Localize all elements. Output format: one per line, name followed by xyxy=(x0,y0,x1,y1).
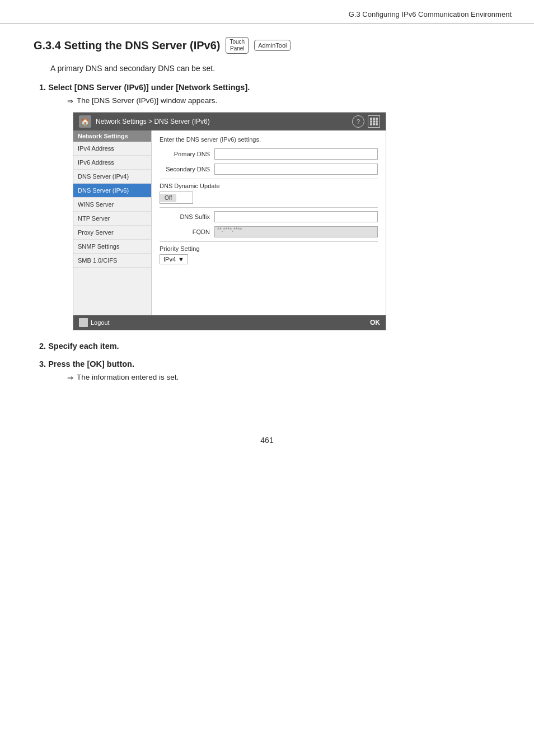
mockup-sidebar: Network Settings IPv4 Address IPv6 Addre… xyxy=(73,130,152,315)
dns-suffix-row: DNS Suffix xyxy=(160,211,378,222)
step-2-number: 2. xyxy=(39,342,46,351)
mockup-body: Network Settings IPv4 Address IPv6 Addre… xyxy=(73,130,386,315)
section-heading-text: G.3.4 Setting the DNS Server (IPv6) xyxy=(34,39,220,52)
sidebar-item-snmp-settings[interactable]: SNMP Settings xyxy=(73,240,151,254)
mockup-main: Enter the DNS server (IPv6) settings. Pr… xyxy=(152,130,386,315)
logout-label: Logout xyxy=(91,319,110,326)
intro-text: A primary DNS and secondary DNS can be s… xyxy=(50,64,500,73)
step-3-sub-text: The information entered is set. xyxy=(77,373,179,381)
topbar-breadcrumb: Network Settings > DNS Server (IPv6) xyxy=(96,118,210,125)
arrow-icon-3: ⇒ xyxy=(67,374,73,382)
sidebar-item-ntp-server[interactable]: NTP Server xyxy=(73,212,151,226)
logout-icon xyxy=(79,318,88,327)
fqdn-value: **.****.**** xyxy=(214,226,378,237)
mockup-bottombar: Logout OK xyxy=(73,315,386,330)
sidebar-item-proxy-server[interactable]: Proxy Server xyxy=(73,226,151,240)
divider-3 xyxy=(160,241,378,242)
sidebar-item-ipv4-address[interactable]: IPv4 Address xyxy=(73,142,151,156)
step-1: 1. Select [DNS Server (IPv6)] under [Net… xyxy=(39,83,500,330)
dns-dynamic-off-label[interactable]: Off xyxy=(160,194,176,202)
step-1-substep: ⇒ The [DNS Server (IPv6)] window appears… xyxy=(67,96,500,105)
mockup-topbar: 🏠 Network Settings > DNS Server (IPv6) ? xyxy=(73,113,386,130)
sidebar-item-dns-server-ipv6[interactable]: DNS Server (IPv6) xyxy=(73,184,151,198)
fqdn-row: FQDN **.****.**** xyxy=(160,226,378,237)
topbar-icons: ? xyxy=(352,115,380,128)
dns-suffix-label: DNS Suffix xyxy=(160,213,210,220)
step-1-number: 1. xyxy=(39,83,46,92)
step-3-text: Press the [OK] button. xyxy=(48,360,134,368)
page-number: 461 xyxy=(0,436,534,445)
sidebar-item-smb-cifs[interactable]: SMB 1.0/CIFS xyxy=(73,254,151,268)
page-header: G.3 Configuring IPv6 Communication Envir… xyxy=(0,0,534,24)
home-icon[interactable]: 🏠 xyxy=(79,115,91,128)
mockup-description: Enter the DNS server (IPv6) settings. xyxy=(160,136,378,143)
grid-icon[interactable] xyxy=(368,115,380,128)
dns-dynamic-update-label: DNS Dynamic Update xyxy=(160,183,378,189)
sidebar-item-ipv6-address[interactable]: IPv6 Address xyxy=(73,156,151,170)
step-3: 3. Press the [OK] button. ⇒ The informat… xyxy=(39,360,500,382)
step-1-sub-text: The [DNS Server (IPv6)] window appears. xyxy=(77,96,217,105)
step-3-substep: ⇒ The information entered is set. xyxy=(67,373,500,382)
step-2: 2. Specify each item. xyxy=(39,342,500,351)
logout-button[interactable]: Logout xyxy=(79,318,110,327)
step-2-text: Specify each item. xyxy=(48,342,119,351)
sidebar-item-dns-server-ipv4[interactable]: DNS Server (IPv4) xyxy=(73,170,151,184)
secondary-dns-label: Secondary DNS xyxy=(160,166,210,172)
divider-1 xyxy=(160,179,378,179)
step-3-number: 3. xyxy=(39,360,46,368)
dns-suffix-input[interactable] xyxy=(214,211,378,222)
priority-select[interactable]: IPv4 ▼ xyxy=(160,254,188,264)
arrow-icon-1: ⇒ xyxy=(67,97,73,105)
ok-button[interactable]: OK xyxy=(370,319,380,326)
divider-2 xyxy=(160,207,378,208)
primary-dns-label: Primary DNS xyxy=(160,151,210,157)
touch-panel-badge: Touch Panel xyxy=(226,37,249,54)
step-1-text: Select [DNS Server (IPv6)] under [Networ… xyxy=(48,83,250,92)
step-3-label: 3. Press the [OK] button. xyxy=(39,360,500,368)
sidebar-section-label: Network Settings xyxy=(73,130,151,142)
priority-value: IPv4 xyxy=(163,256,176,263)
fqdn-label: FQDN xyxy=(160,228,210,235)
dropdown-arrow-icon: ▼ xyxy=(178,256,184,263)
priority-row: IPv4 ▼ xyxy=(160,254,378,264)
section-heading: G.3.4 Setting the DNS Server (IPv6) Touc… xyxy=(34,37,500,54)
priority-setting-label: Priority Setting xyxy=(160,245,378,252)
primary-dns-row: Primary DNS xyxy=(160,148,378,160)
step-2-label: 2. Specify each item. xyxy=(39,342,500,351)
secondary-dns-row: Secondary DNS xyxy=(160,164,378,175)
step-1-label: 1. Select [DNS Server (IPv6)] under [Net… xyxy=(39,83,500,92)
ui-mockup: 🏠 Network Settings > DNS Server (IPv6) ? xyxy=(73,112,386,330)
header-title: G.3 Configuring IPv6 Communication Envir… xyxy=(349,10,512,18)
primary-dns-input[interactable] xyxy=(214,148,378,160)
topbar-left: 🏠 Network Settings > DNS Server (IPv6) xyxy=(79,115,210,128)
admin-tool-badge: AdminTool xyxy=(254,40,291,51)
page-content: G.3.4 Setting the DNS Server (IPv6) Touc… xyxy=(0,37,534,413)
secondary-dns-input[interactable] xyxy=(214,164,378,175)
dns-dynamic-toggle[interactable]: Off xyxy=(160,192,193,204)
sidebar-item-wins-server[interactable]: WINS Server xyxy=(73,198,151,212)
help-icon[interactable]: ? xyxy=(352,115,364,128)
